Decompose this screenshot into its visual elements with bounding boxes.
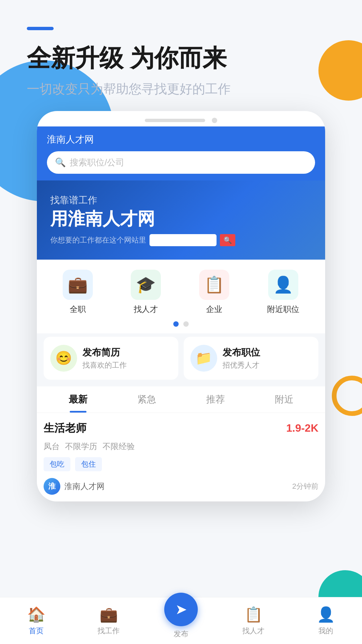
notch-dot <box>212 118 217 123</box>
tab-recommend[interactable]: 推荐 <box>181 386 250 413</box>
job-tag-education: 不限学历 <box>65 441 97 452</box>
nav-find-talent-label: 找人才 <box>242 626 264 636</box>
nav-home[interactable]: 🏠 首页 <box>0 597 72 644</box>
job-footer: 淮 淮南人才网 2分钟前 <box>44 478 318 495</box>
banner-tagline: 你想要的工作都在这个网站里 <box>50 235 146 245</box>
category-label-fulltime: 全职 <box>70 304 86 315</box>
job-card-sub: 招优秀人才 <box>223 360 260 370</box>
company-logo: 淮 <box>44 478 60 495</box>
company-name: 淮南人才网 <box>64 481 105 492</box>
page-title: 全新升级 为你而来 <box>27 44 335 72</box>
banner-line1: 找靠谱工作 <box>50 194 312 207</box>
banner-subtitle: 你想要的工作都在这个网站里 🔍 <box>50 234 312 246</box>
resume-card-sub: 找喜欢的工作 <box>82 360 127 370</box>
category-item-nearby[interactable]: 👤 附近职位 <box>267 270 299 315</box>
category-grid: 💼 全职 🎓 找人才 📋 企业 👤 附近职位 <box>37 260 325 318</box>
nav-home-label: 首页 <box>29 626 44 636</box>
job-post-icon: 📁 <box>190 345 217 372</box>
category-icon-fulltime: 💼 <box>63 270 93 300</box>
publish-circle: ➤ <box>164 593 198 626</box>
banner: 找靠谱工作 用淮南人才网 你想要的工作都在这个网站里 🔍 <box>37 180 325 259</box>
nav-profile-label: 我的 <box>318 626 333 636</box>
benefit-tag-food: 包吃 <box>44 457 70 471</box>
nav-find-job[interactable]: 💼 找工作 <box>72 597 145 644</box>
tab-latest[interactable]: 最新 <box>44 386 112 413</box>
nav-publish[interactable]: ➤ 发布 <box>145 597 217 644</box>
job-salary: 1.9-2K <box>286 422 318 434</box>
publish-icon: ➤ <box>175 601 187 618</box>
tab-urgent[interactable]: 紧急 <box>112 386 181 413</box>
benefit-tag-housing: 包住 <box>75 457 102 471</box>
nav-find-job-label: 找工作 <box>98 626 120 636</box>
notch-bar <box>145 119 205 122</box>
banner-search-box[interactable] <box>149 234 217 246</box>
resume-card-title: 发布简历 <box>82 346 127 359</box>
category-item-enterprise[interactable]: 📋 企业 <box>199 270 229 315</box>
banner-line2: 用淮南人才网 <box>50 209 312 228</box>
action-card-resume[interactable]: 😊 发布简历 找喜欢的工作 <box>44 337 178 380</box>
job-listing-header: 生活老师 1.9-2K <box>44 421 318 436</box>
dot-1 <box>173 321 179 327</box>
search-icon: 🔍 <box>55 157 66 168</box>
app-header: 淮南人才网 🔍 搜索职位/公司 <box>37 126 325 180</box>
banner-search-btn[interactable]: 🔍 <box>220 234 235 246</box>
nav-profile[interactable]: 👤 我的 <box>290 597 362 644</box>
tab-nearby[interactable]: 附近 <box>250 386 318 413</box>
header-section: 全新升级 为你而来 一切改变只为帮助您寻找更好的工作 <box>0 0 362 98</box>
page-subtitle: 一切改变只为帮助您寻找更好的工作 <box>27 80 335 98</box>
action-cards: 😊 发布简历 找喜欢的工作 📁 发布职位 招优秀人才 <box>37 333 325 386</box>
job-title: 生活老师 <box>44 421 86 436</box>
job-tag-location: 凤台 <box>44 441 60 452</box>
action-card-job[interactable]: 📁 发布职位 招优秀人才 <box>184 337 318 380</box>
profile-icon: 👤 <box>317 606 335 623</box>
job-card-title: 发布职位 <box>223 346 260 359</box>
job-benefit-tags: 包吃 包住 <box>44 457 318 471</box>
category-label-enterprise: 企业 <box>206 304 222 315</box>
bottom-nav: 🏠 首页 💼 找工作 ➤ 发布 📋 找人才 👤 我的 <box>0 597 362 644</box>
header-dash <box>27 27 54 30</box>
tabs-row: 最新 紧急 推荐 附近 <box>37 386 325 413</box>
app-name: 淮南人才网 <box>47 133 315 146</box>
phone-notch <box>37 111 325 126</box>
dot-2 <box>183 321 189 327</box>
job-listing[interactable]: 生活老师 1.9-2K 凤台 不限学历 不限经验 包吃 包住 淮 淮南人才网 2… <box>37 413 325 501</box>
home-icon: 🏠 <box>27 606 46 623</box>
company-info: 淮 淮南人才网 <box>44 478 105 495</box>
job-tags-row: 凤台 不限学历 不限经验 <box>44 441 318 452</box>
job-tag-experience: 不限经验 <box>103 441 135 452</box>
bg-decor-circle-orange-mid <box>332 376 362 416</box>
category-icon-nearby: 👤 <box>268 270 298 300</box>
search-input[interactable]: 搜索职位/公司 <box>70 157 124 168</box>
category-icon-talent: 🎓 <box>131 270 161 300</box>
category-item-talent[interactable]: 🎓 找人才 <box>131 270 161 315</box>
search-bar[interactable]: 🔍 搜索职位/公司 <box>47 151 315 174</box>
nav-publish-label: 发布 <box>174 629 188 639</box>
post-time: 2分钟前 <box>292 481 318 491</box>
category-label-nearby: 附近职位 <box>267 304 299 315</box>
carousel-dots <box>37 318 325 333</box>
phone-mockup: 淮南人才网 🔍 搜索职位/公司 找靠谱工作 用淮南人才网 你想要的工作都在这个网… <box>37 111 325 501</box>
resume-icon: 😊 <box>50 345 77 372</box>
find-job-icon: 💼 <box>100 606 118 623</box>
category-label-talent: 找人才 <box>134 304 158 315</box>
category-icon-enterprise: 📋 <box>199 270 229 300</box>
nav-find-talent[interactable]: 📋 找人才 <box>217 597 290 644</box>
category-item-fulltime[interactable]: 💼 全职 <box>63 270 93 315</box>
find-talent-icon: 📋 <box>244 606 263 623</box>
